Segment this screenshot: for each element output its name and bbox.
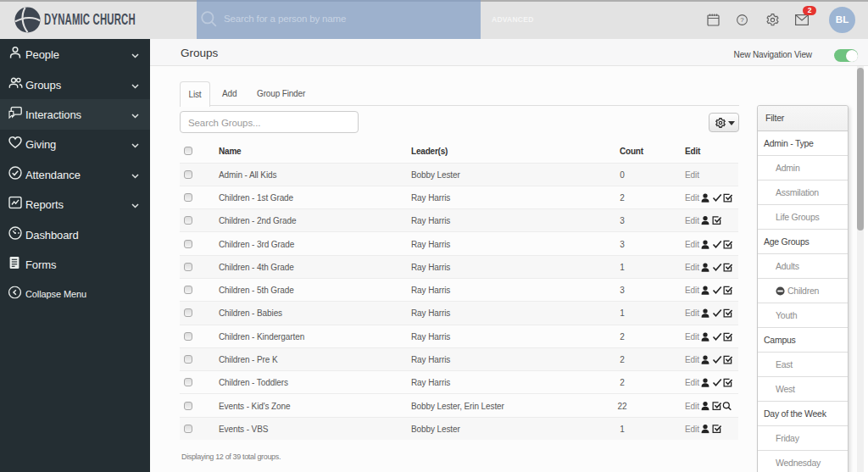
- svg-text:?: ?: [740, 16, 744, 24]
